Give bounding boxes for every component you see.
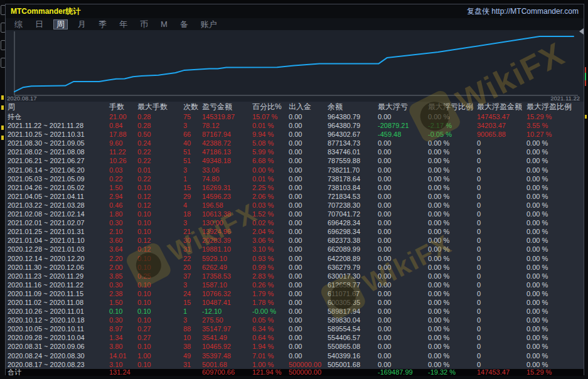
cell: -169487.99	[377, 369, 427, 376]
underlying-app-right-edge	[584, 0, 588, 379]
cell: 0.00 %	[427, 351, 476, 360]
cell: 0.00	[288, 324, 327, 333]
table-row[interactable]: 2020.10.26 ~ 2020.11.010.100.101-12.10-0…	[6, 307, 584, 316]
cell: 609700.66	[201, 369, 252, 376]
cell: 0.10	[137, 254, 183, 263]
cell: 500000.00	[288, 369, 327, 376]
cell: 5929.10	[201, 254, 252, 263]
cell: 合计	[7, 369, 109, 376]
table-row[interactable]: 2020.08.24 ~ 2020.08.3014.011.004935397.…	[6, 351, 584, 360]
table-row[interactable]: 2020.11.02 ~ 2020.11.081.500.101510487.4…	[6, 298, 584, 307]
table-row[interactable]: 2021.06.21 ~ 2021.06.2710.260.225149348.…	[6, 156, 584, 165]
cell: 0	[476, 245, 526, 254]
table-row[interactable]: 2021.06.14 ~ 2021.06.200.030.01333.060.0…	[6, 166, 584, 174]
cell: 0.00	[288, 121, 327, 130]
table-row[interactable]: 2021.04.05 ~ 2021.04.112.940.122914596.2…	[6, 192, 584, 201]
cell: 0.00	[377, 289, 427, 298]
table-row[interactable]: 2021.03.22 ~ 2021.03.280.460.124196.580.…	[6, 201, 584, 210]
menu-item-账户[interactable]: 账户	[198, 19, 220, 29]
table-row[interactable]: 2021.05.03 ~ 2021.05.090.220.22174.800.0…	[6, 174, 584, 183]
table-row[interactable]: 2021.10.25 ~ 2021.10.3117.880.506687167.…	[6, 130, 584, 139]
menu-item-综[interactable]: 综	[12, 19, 25, 29]
cell: 2021.08.02 ~ 2021.08.08	[7, 147, 109, 156]
table-row[interactable]: 2020.10.12 ~ 2020.10.180.300.103275.500.…	[6, 316, 584, 324]
table-row[interactable]: 2021.02.08 ~ 2021.02.141.800.101810613.3…	[6, 210, 584, 218]
underlying-app-left-edge	[0, 0, 5, 379]
cell: 0.28	[137, 112, 183, 121]
cell: 0.12	[137, 245, 183, 254]
cell: 持仓	[7, 112, 109, 121]
cell: 0.03 %	[252, 201, 288, 210]
table-row[interactable]: 2021.04.26 ~ 2021.05.021.500.101516269.3…	[6, 183, 584, 192]
cell: 0.00	[377, 351, 427, 360]
table-row[interactable]: 2020.11.30 ~ 2020.12.062.000.10206262.49…	[6, 263, 584, 272]
menu-item-年[interactable]: 年	[117, 19, 130, 29]
cell: 0.00 %	[526, 210, 584, 218]
chart-start-date: 2020.08.17	[7, 95, 37, 102]
scroll-left-arrow-icon[interactable]	[579, 28, 584, 35]
cell: 0.00 %	[526, 263, 584, 272]
cell: 20283.39	[201, 236, 252, 245]
menu-item-M[interactable]: M	[158, 19, 170, 29]
menu-item-周[interactable]: 周	[53, 19, 68, 29]
table-row[interactable]: 2021.02.01 ~ 2021.02.070.300.103130.000.…	[6, 218, 584, 227]
menu-item-备[interactable]: 备	[178, 19, 191, 29]
cell: 14596.23	[201, 192, 252, 201]
cell: 0.00 %	[427, 272, 476, 280]
cell: 0.00	[377, 245, 427, 254]
table-row[interactable]: 2021.01.25 ~ 2021.01.312.100.102113924.9…	[6, 227, 584, 236]
table-row[interactable]: 2021.08.02 ~ 2021.08.0811.220.225147186.…	[6, 147, 584, 156]
cell: 738211.70	[327, 166, 377, 174]
cell: 0.10	[109, 307, 137, 316]
menu-item-币[interactable]: 币	[137, 19, 151, 29]
table-row[interactable]: 2020.09.28 ~ 2020.10.041.340.27103541.49…	[6, 333, 584, 342]
cell: 1.50	[109, 183, 137, 192]
cell: 0.00	[377, 263, 427, 272]
table-row[interactable]: 持仓21.000.2875145319.8715.07 %0.00964380.…	[6, 112, 584, 121]
table-row[interactable]: 2020.08.17 ~ 2020.08.233.100.10315001.68…	[6, 360, 584, 369]
cell: 0.00 %	[526, 316, 584, 324]
cell: 0.00	[288, 192, 327, 201]
menu-item-季[interactable]: 季	[96, 19, 109, 29]
cell: 2020.12.14 ~ 2020.12.20	[7, 254, 109, 263]
cell: 2021.06.14 ~ 2021.06.20	[7, 166, 109, 174]
cell: 0.00 %	[526, 218, 584, 227]
table-row[interactable]: 2020.11.16 ~ 2020.11.220.300.1031587.100…	[6, 280, 584, 289]
table-row[interactable]: 2020.08.31 ~ 2020.09.063.800.103810465.9…	[6, 342, 584, 351]
cell: 0.00 %	[427, 166, 476, 174]
cell: 0.00	[288, 156, 327, 165]
table-row[interactable]: 2020.12.14 ~ 2020.12.202.200.10225929.10…	[6, 254, 584, 263]
cell: 1	[183, 174, 201, 183]
table-row[interactable]: 2020.10.05 ~ 2020.10.118.970.278835147.9…	[6, 324, 584, 333]
table-row[interactable]: 2020.11.09 ~ 2020.11.152.380.102410766.3…	[6, 289, 584, 298]
cell: 0	[476, 298, 526, 307]
cell: 1.50	[109, 298, 137, 307]
cell: 0.00 %	[526, 333, 584, 342]
cell: 0.01	[137, 166, 183, 174]
cell: 0.00	[377, 236, 427, 245]
cell: 15	[183, 298, 201, 307]
table-row[interactable]: 2020.12.28 ~ 2021.01.033.640.123119881.1…	[6, 245, 584, 254]
brand-link[interactable]: 复盘侠 http://MTCommander.com	[467, 6, 579, 17]
cell: 0.00	[377, 307, 427, 316]
table-row[interactable]: 2021.11.22 ~ 2021.11.280.840.28378.120.0…	[6, 121, 584, 130]
cell: 0.00 %	[526, 166, 584, 174]
cell: 0.00 %	[526, 254, 584, 263]
cell: 21.00	[109, 112, 137, 121]
table-row[interactable]: 2020.11.23 ~ 2020.11.293.850.253717358.5…	[6, 272, 584, 280]
cell: 662089.99	[327, 245, 377, 254]
cell: 0.00	[377, 316, 427, 324]
cell: 0.30	[109, 218, 137, 227]
table-row[interactable]: 2021.01.04 ~ 2021.01.103.600.123020283.3…	[6, 236, 584, 245]
menu-item-月[interactable]: 月	[75, 19, 88, 29]
cell: 3	[183, 218, 201, 227]
cell: 0.00 %	[526, 351, 584, 360]
table-header-row: 周手数最大手数次数盈亏金额百分比%出入金余额最大浮亏最大浮亏比例最大浮盈金额最大…	[6, 102, 584, 112]
cell: 0.00 %	[526, 280, 584, 289]
cell: 131.24	[109, 369, 137, 376]
menu-item-日[interactable]: 日	[33, 19, 46, 29]
menubar: 综日周月季年币M备账户	[6, 18, 584, 30]
cell: 121.94 %	[252, 369, 288, 376]
table-row[interactable]: 2021.08.30 ~ 2021.09.059.600.244042388.7…	[6, 139, 584, 147]
cell: 0	[476, 174, 526, 183]
